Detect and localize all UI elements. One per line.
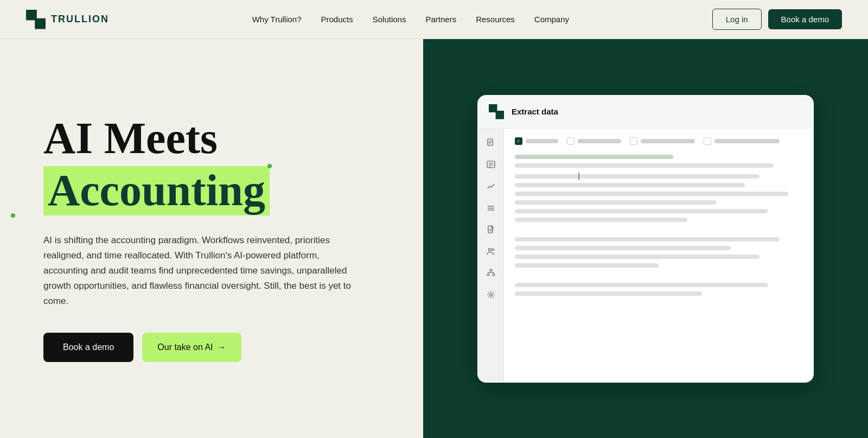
page-content: AI Meets Accounting AI is shifting the a… <box>0 39 868 438</box>
card-logo-icon <box>489 104 504 119</box>
filter-row <box>515 137 802 145</box>
line-13 <box>515 283 768 287</box>
mock-ui-card: Extract data <box>477 95 814 383</box>
nav-resources[interactable]: Resources <box>476 15 515 24</box>
logo-icon <box>26 10 46 29</box>
arrow-icon: → <box>218 342 226 352</box>
cb-label-bar <box>526 139 558 143</box>
cb-label-bar <box>578 139 621 143</box>
hero-buttons: Book a demo Our take on AI → <box>43 333 380 362</box>
dot-decoration-left <box>11 213 15 218</box>
sidebar-settings-icon <box>486 289 496 300</box>
card-sidebar <box>478 129 504 382</box>
line-9 <box>515 237 780 242</box>
nav-solutions[interactable]: Solutions <box>373 15 406 24</box>
svg-rect-17 <box>487 274 489 276</box>
sidebar-list-icon <box>486 159 496 170</box>
svg-rect-18 <box>493 274 495 276</box>
navigation: TRULLION Why Trullion? Products Solution… <box>0 0 868 39</box>
sidebar-users-icon <box>486 246 496 257</box>
line-7 <box>515 209 768 213</box>
cb-label-bar <box>641 139 695 143</box>
svg-rect-16 <box>490 269 492 271</box>
line-11 <box>515 255 760 259</box>
checkbox-checked <box>515 137 522 145</box>
card-title: Extract data <box>512 107 558 116</box>
line-14 <box>515 291 702 296</box>
nav-actions: Log in Book a demo <box>712 9 842 30</box>
line-10 <box>515 246 731 250</box>
sidebar-menu-icon <box>486 202 496 213</box>
dot-decoration-top <box>267 164 272 168</box>
line-12 <box>515 263 659 268</box>
line-6 <box>515 200 716 205</box>
line-3 <box>515 174 760 179</box>
line-2 <box>515 163 774 168</box>
logo[interactable]: TRULLION <box>26 10 109 29</box>
hero-title-line1: AI Meets <box>43 115 380 162</box>
cb-item-2 <box>567 137 621 145</box>
card-body <box>478 129 813 382</box>
cb-item-1 <box>515 137 558 145</box>
content-lines <box>515 155 802 296</box>
svg-point-23 <box>489 293 492 296</box>
line-1 <box>515 155 673 159</box>
brand-name: TRULLION <box>51 14 109 25</box>
line-5 <box>515 192 788 196</box>
card-header: Extract data <box>478 96 813 129</box>
hero-body-text: AI is shifting the accounting paradigm. … <box>43 233 358 309</box>
card-main-content <box>504 129 813 382</box>
hero-illustration: Extract data <box>423 39 868 438</box>
svg-point-14 <box>488 248 491 251</box>
login-button[interactable]: Log in <box>712 9 762 30</box>
checkbox-unchecked <box>567 137 575 145</box>
nav-products[interactable]: Products <box>321 15 353 24</box>
nav-links: Why Trullion? Products Solutions Partner… <box>252 15 569 24</box>
line-4 <box>515 183 745 187</box>
green-cursor <box>578 173 579 180</box>
sidebar-doc-icon <box>486 137 496 148</box>
hero-highlight: Accounting <box>43 166 270 215</box>
nav-partners[interactable]: Partners <box>425 15 456 24</box>
book-demo-button[interactable]: Book a demo <box>43 333 133 362</box>
book-demo-nav-button[interactable]: Book a demo <box>768 9 842 29</box>
cb-label-bar <box>714 139 780 143</box>
checkbox-unchecked <box>630 137 637 145</box>
cursor-line <box>515 174 802 179</box>
checkbox-unchecked <box>704 137 711 145</box>
sidebar-hierarchy-icon <box>486 268 496 278</box>
hero-title-line2: Accounting <box>43 166 380 215</box>
our-take-on-ai-button[interactable]: Our take on AI → <box>142 333 241 362</box>
cb-item-3 <box>630 137 695 145</box>
nav-company[interactable]: Company <box>534 15 569 24</box>
svg-point-15 <box>492 249 494 251</box>
sidebar-file-icon <box>486 224 496 235</box>
nav-why[interactable]: Why Trullion? <box>252 15 302 24</box>
line-8 <box>515 218 687 222</box>
cb-item-4 <box>704 137 780 145</box>
hero-section: AI Meets Accounting AI is shifting the a… <box>0 39 423 438</box>
sidebar-chart-icon <box>486 181 496 192</box>
